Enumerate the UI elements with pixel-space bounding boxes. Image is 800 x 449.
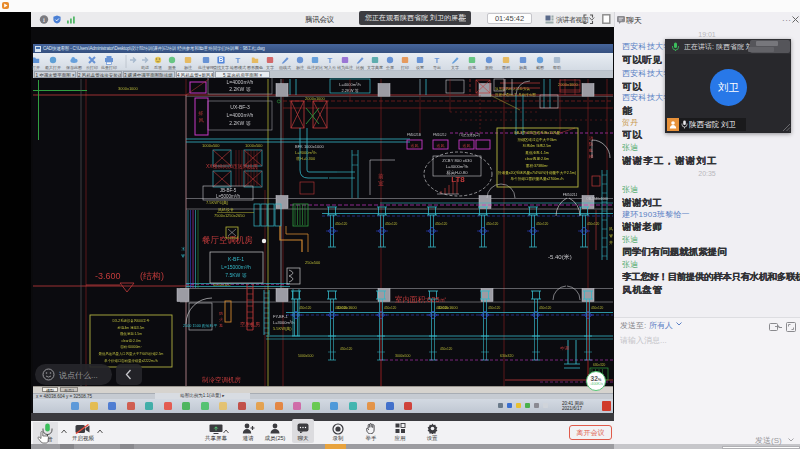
- svg-text:-3.600: -3.600: [95, 271, 121, 281]
- svg-text:5000x500: 5000x500: [298, 354, 313, 358]
- svg-text:L=8000m³/h: L=8000m³/h: [295, 150, 316, 155]
- svg-text:单个排烟口面积量风量x2700m³/h: 单个排烟口面积量风量x2700m³/h: [511, 176, 564, 181]
- svg-text:空调: 空调: [560, 345, 569, 351]
- svg-text:JB-BF-5: JB-BF-5: [220, 188, 237, 193]
- svg-text:室: 室: [378, 180, 384, 186]
- svg-text:XX楼梯间加压送风机房: XX楼梯间加压送风机房: [206, 163, 258, 170]
- svg-text:最低风速风量入口风量大于7%0%排烟2.5m: 最低风速风量入口风量大于7%0%排烟2.5m: [99, 351, 164, 356]
- svg-text:FM1021J: FM1021J: [433, 133, 447, 137]
- svg-text:(结构): (结构): [140, 271, 164, 281]
- svg-text:DX-2系统设备风600字号: DX-2系统设备风600字号: [112, 318, 150, 323]
- svg-text:最低净高:1.5m: 最低净高:1.5m: [525, 150, 548, 155]
- svg-text:3000x500: 3000x500: [395, 354, 410, 358]
- svg-text:制冷空调机房: 制冷空调机房: [202, 376, 242, 384]
- svg-text:最低净高:1.5m: 最低净高:1.5m: [120, 332, 142, 336]
- svg-text:加压送风机入口处安装: 加压送风机入口处安装: [495, 86, 531, 91]
- svg-text:ZCBY 800 x630: ZCBY 800 x630: [442, 158, 472, 163]
- svg-text:450x120: 450x120: [340, 347, 352, 351]
- svg-text:GB-3类消防区域系统x11风量: GB-3类消防区域系统x11风量: [514, 130, 561, 135]
- svg-text:风机设备: 风机设备: [218, 207, 234, 212]
- svg-text:450x120: 450x120: [486, 222, 498, 226]
- svg-text:2500 1500 距装机平: 2500 1500 距装机平: [183, 323, 217, 328]
- svg-text:管: 管: [609, 233, 613, 238]
- svg-text:630x320: 630x320: [593, 363, 605, 367]
- svg-text:送风: 送风: [463, 143, 471, 148]
- svg-text:T: T: [435, 56, 440, 65]
- svg-text:450x120: 450x120: [591, 306, 603, 310]
- svg-text:T: T: [328, 56, 333, 65]
- svg-text:风: 风: [199, 117, 204, 123]
- svg-text:风: 风: [609, 226, 613, 231]
- svg-text:3000x1000: 3000x1000: [118, 86, 139, 91]
- svg-text:4200x1600: 4200x1600: [337, 305, 358, 310]
- svg-text:450x120: 450x120: [435, 222, 447, 226]
- svg-text:FY-BF-1: FY-BF-1: [273, 314, 289, 319]
- svg-text:L=3000m³/h: L=3000m³/h: [273, 320, 294, 325]
- svg-text:1000x500: 1000x500: [245, 143, 263, 148]
- svg-text:clear高度:2.6m: clear高度:2.6m: [525, 156, 549, 161]
- svg-text:送风: 送风: [437, 143, 445, 148]
- svg-text:标高4m 净高3.5m: 标高4m 净高3.5m: [117, 326, 145, 330]
- svg-text:7.5KW*6(高): 7.5KW*6(高): [206, 200, 229, 205]
- svg-text:L=4000m³/h: L=4000m³/h: [227, 112, 254, 118]
- svg-text:门(正压送风-2): 门(正压送风-2): [459, 133, 480, 137]
- svg-text:空压机房: 空压机房: [240, 321, 260, 327]
- svg-text:clear高:2.0m: clear高:2.0m: [121, 339, 140, 343]
- svg-text:UX-BF-3: UX-BF-3: [230, 104, 250, 110]
- svg-text:面积:60000m²: 面积:60000m²: [120, 345, 142, 349]
- svg-text:450x120: 450x120: [384, 306, 396, 310]
- svg-text:T: T: [236, 56, 241, 65]
- svg-text:450x120: 450x120: [539, 306, 551, 310]
- svg-text:L=15000m³/h: L=15000m³/h: [221, 264, 251, 270]
- svg-text:L=4000m³/h: L=4000m³/h: [446, 164, 469, 169]
- svg-text:7500x1250x2650: 7500x1250x2650: [214, 213, 245, 218]
- svg-text:FM5021J: FM5021J: [563, 193, 578, 197]
- svg-text:BFK 1000x1000: BFK 1000x1000: [295, 144, 324, 149]
- svg-text:底H+0.300: 底H+0.300: [296, 156, 316, 161]
- svg-text:室内面积:625㎡: 室内面积:625㎡: [395, 295, 447, 304]
- svg-text:B: B: [219, 56, 224, 63]
- svg-text:排烟区域过道不大于3km: 排烟区域过道不大于3km: [517, 137, 556, 142]
- svg-text:2000x1000: 2000x1000: [558, 82, 579, 87]
- svg-text:450x120: 450x120: [587, 222, 599, 226]
- svg-text:i: i: [43, 16, 45, 24]
- svg-text:排烟量x20(系统风量x7/4%0%排烟量不大于2.5m): 排烟量x20(系统风量x7/4%0%排烟量不大于2.5m): [498, 170, 576, 175]
- svg-text:2.2KW 等: 2.2KW 等: [229, 86, 250, 92]
- svg-text:450x120: 450x120: [385, 222, 397, 226]
- svg-text:250x500: 250x500: [305, 260, 321, 265]
- svg-text:餐厅空调机房: 餐厅空调机房: [202, 235, 253, 245]
- svg-text:450x120: 450x120: [299, 306, 311, 310]
- svg-text:单个排烟口面积量排烟量x2222m³/h: 单个排烟口面积量排烟量x2222m³/h: [104, 359, 157, 363]
- svg-text:L=4000m³/h: L=4000m³/h: [227, 79, 254, 85]
- svg-text:井: 井: [609, 240, 613, 245]
- svg-text:5.5KW(高): 5.5KW(高): [273, 326, 292, 331]
- svg-text:面积:37380m²: 面积:37380m²: [526, 164, 549, 168]
- svg-text:1000x500: 1000x500: [202, 143, 220, 148]
- svg-text:450x120: 450x120: [488, 306, 500, 310]
- svg-text:卷: 卷: [219, 323, 223, 328]
- svg-text:前: 前: [378, 173, 384, 179]
- svg-text:送风: 送风: [411, 143, 419, 148]
- svg-text:水: 水: [181, 246, 185, 251]
- svg-text:OB-1540x1000: OB-1540x1000: [586, 197, 608, 201]
- svg-text:防: 防: [589, 141, 594, 147]
- svg-text:630x320: 630x320: [500, 354, 513, 358]
- svg-text:电: 电: [589, 148, 594, 153]
- svg-text:K-BF-1: K-BF-1: [228, 256, 244, 262]
- svg-text:450x120: 450x120: [440, 347, 452, 351]
- svg-text:梯: 梯: [589, 154, 594, 159]
- svg-text:450x120: 450x120: [335, 222, 347, 226]
- svg-text:4200x1600: 4200x1600: [438, 305, 459, 310]
- svg-text:450x120: 450x120: [536, 222, 548, 226]
- svg-text:2.2KW 等: 2.2KW 等: [229, 120, 250, 126]
- svg-text:7.5KW 等: 7.5KW 等: [225, 272, 246, 278]
- svg-text:标高4m 净高2.5m: 标高4m 净高2.5m: [522, 143, 551, 148]
- svg-text:-5.40(米): -5.40(米): [548, 254, 572, 260]
- svg-text:L=5000m³/h: L=5000m³/h: [216, 194, 241, 199]
- svg-text:排: 排: [198, 110, 204, 116]
- svg-text:FM5021B: FM5021B: [407, 133, 421, 137]
- svg-text:管: 管: [181, 253, 185, 258]
